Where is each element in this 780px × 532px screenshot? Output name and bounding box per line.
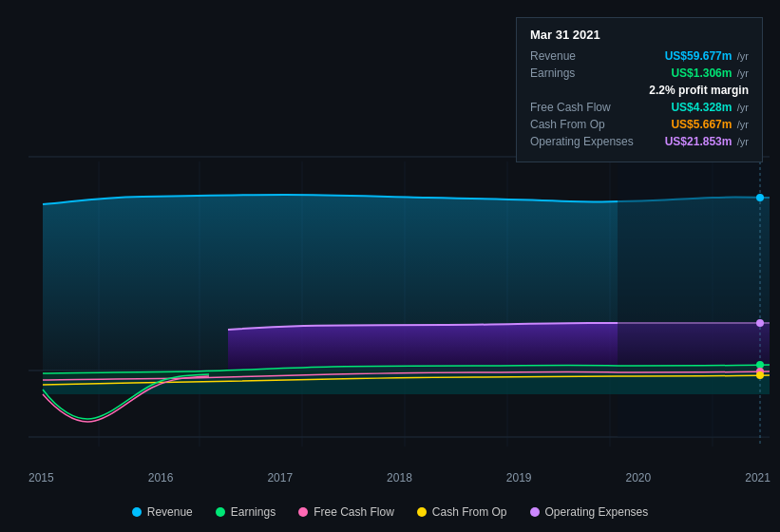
tooltip-row-cashfromop: Cash From Op US$5.667m /yr [530,118,749,131]
x-label-2017: 2017 [267,471,293,484]
tooltip-label-earnings: Earnings [530,66,644,80]
legend-label-opex: Operating Expenses [545,505,649,519]
legend-item-earnings[interactable]: Earnings [216,505,276,519]
x-label-2021: 2021 [745,471,770,484]
tooltip-value-earnings: US$1.306m /yr [671,66,749,80]
legend-item-opex[interactable]: Operating Expenses [530,505,649,519]
tooltip-value-revenue: US$59.677m /yr [665,49,749,63]
x-label-2020: 2020 [626,471,652,484]
x-label-2015: 2015 [29,471,54,484]
svg-point-17 [756,371,764,379]
x-label-2016: 2016 [148,471,174,484]
svg-point-14 [756,319,764,327]
svg-rect-11 [618,162,770,437]
tooltip-row-fcf: Free Cash Flow US$4.328m /yr [530,101,749,114]
tooltip-label-revenue: Revenue [530,49,644,63]
legend-label-cashfromop: Cash From Op [432,505,507,519]
legend-dot-cashfromop [417,507,427,517]
legend-item-cashfromop[interactable]: Cash From Op [417,505,507,519]
tooltip-row-opex: Operating Expenses US$21.853m /yr [530,135,749,148]
tooltip-value-profit-margin: 2.2% profit margin [649,84,749,97]
tooltip-label-fcf: Free Cash Flow [530,101,644,114]
tooltip-row-revenue: Revenue US$59.677m /yr [530,49,749,63]
legend-item-fcf[interactable]: Free Cash Flow [298,505,394,519]
legend-label-earnings: Earnings [231,505,276,519]
tooltip-value-fcf: US$4.328m /yr [671,101,749,114]
svg-point-13 [756,194,764,201]
svg-point-15 [756,361,764,369]
tooltip-value-opex: US$21.853m /yr [665,135,749,148]
data-tooltip: Mar 31 2021 Revenue US$59.677m /yr Earni… [516,17,763,162]
tooltip-title: Mar 31 2021 [530,28,749,42]
x-axis-labels: 2015 2016 2017 2018 2019 2020 2021 [29,471,770,484]
legend-dot-revenue [132,507,142,517]
x-label-2018: 2018 [387,471,412,484]
legend-dot-earnings [216,507,225,517]
legend-label-fcf: Free Cash Flow [314,505,394,519]
legend-item-revenue[interactable]: Revenue [132,505,193,519]
tooltip-label-cashfromop: Cash From Op [530,118,644,131]
legend-dot-fcf [298,507,308,517]
tooltip-value-cashfromop: US$5.667m /yr [671,118,749,131]
chart-legend: Revenue Earnings Free Cash Flow Cash Fro… [0,505,780,519]
tooltip-label-opex: Operating Expenses [530,135,644,148]
legend-dot-opex [530,507,540,517]
tooltip-row-earnings: Earnings US$1.306m /yr [530,66,749,80]
tooltip-row-profit-margin: 2.2% profit margin [530,84,749,97]
legend-label-revenue: Revenue [147,505,193,519]
x-label-2019: 2019 [506,471,532,484]
